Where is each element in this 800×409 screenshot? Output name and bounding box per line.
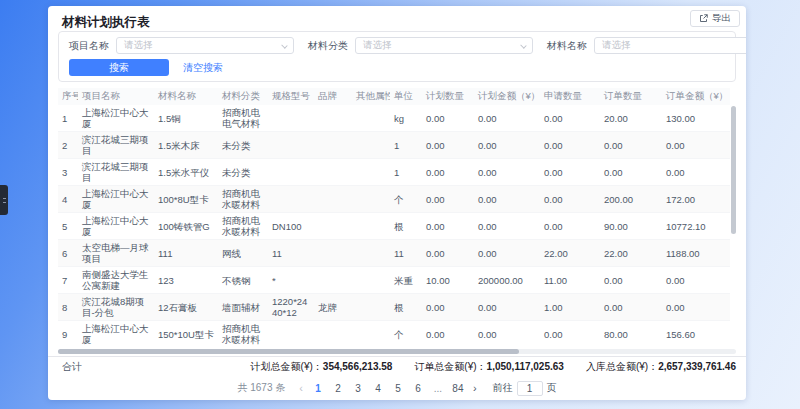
table-cell: 200000.00	[474, 267, 540, 294]
table-cell: 龙牌	[314, 294, 352, 321]
filter-category-label: 材料分类	[308, 39, 348, 53]
goto-page-input[interactable]	[517, 381, 543, 396]
table-cell: 0.00	[662, 132, 730, 159]
column-header: 单位	[390, 88, 422, 105]
table-cell: 上海松江中心大厦	[78, 213, 154, 240]
table-row[interactable]: 7南侧盛达大学生公寓新建123不锈钢*米重10.00200000.0011.00…	[58, 267, 730, 294]
table-cell	[314, 321, 352, 348]
table-cell	[314, 186, 352, 213]
table-cell: 6	[58, 240, 78, 267]
table-cell: 5	[58, 213, 78, 240]
table-cell: 2	[58, 132, 78, 159]
table-cell	[314, 105, 352, 132]
page-button[interactable]: 5	[391, 383, 405, 394]
category-select[interactable]: 请选择	[355, 37, 533, 54]
filter-project: 项目名称 请选择	[69, 37, 294, 54]
table-cell	[314, 267, 352, 294]
table-cell: 滨江花城8期项目-分包	[78, 294, 154, 321]
table-cell	[314, 132, 352, 159]
page-button[interactable]: 2	[331, 383, 345, 394]
table-row[interactable]: 2滨江花城三期项目1.5米木床未分类10.000.000.000.000.00	[58, 132, 730, 159]
page-ellipsis: ...	[431, 383, 445, 394]
goto-page: 前往 页	[493, 381, 557, 396]
clear-search-button[interactable]: 清空搜索	[183, 61, 223, 75]
table-row[interactable]: 8滨江花城8期项目-分包12石膏板墙面辅材1220*2440*12龙牌根0.00…	[58, 294, 730, 321]
horizontal-scrollbar-track	[58, 349, 736, 354]
page-button[interactable]: 3	[351, 383, 365, 394]
table-cell: 22.00	[540, 240, 600, 267]
table-row[interactable]: 5上海松江中心大厦100铸铁管G招商机电 水暖材料DN100根0.000.000…	[58, 213, 730, 240]
table-cell: 0.00	[474, 159, 540, 186]
table-cell: 0.00	[474, 186, 540, 213]
table-cell: 0.00	[422, 294, 474, 321]
next-page-button[interactable]: ›	[471, 383, 479, 394]
table-cell: 上海松江中心大厦	[78, 105, 154, 132]
prev-page-button[interactable]: ‹	[297, 383, 305, 394]
page-button[interactable]: 1	[311, 383, 325, 394]
page-button[interactable]: 84	[451, 383, 465, 394]
table-cell: 1	[390, 159, 422, 186]
table-cell: 上海松江中心大厦	[78, 186, 154, 213]
search-button[interactable]: 搜索	[69, 59, 169, 76]
table-cell: 111	[154, 240, 218, 267]
table-cell: 10772.10	[662, 213, 730, 240]
material-select[interactable]: 请选择	[594, 37, 746, 54]
sidebar-collapse-handle[interactable]	[0, 185, 8, 215]
page-button[interactable]: 6	[411, 383, 425, 394]
column-header: 订单数量	[600, 88, 662, 105]
table-cell: 墙面辅材	[218, 294, 268, 321]
table-row[interactable]: 4上海松江中心大厦100*8U型卡招商机电 水暖材料个0.000.000.002…	[58, 186, 730, 213]
table-cell: 0.00	[540, 159, 600, 186]
table-cell: 0.00	[600, 159, 662, 186]
project-select[interactable]: 请选择	[116, 37, 294, 54]
table-cell	[352, 159, 390, 186]
table-cell: 个	[390, 186, 422, 213]
export-label: 导出	[712, 12, 731, 25]
table-cell: 12石膏板	[154, 294, 218, 321]
table-cell: 0.00	[540, 321, 600, 348]
table-row[interactable]: 6太空电梯—月球项目111网线11110.000.0022.0022.00118…	[58, 240, 730, 267]
table-row[interactable]: 1上海松江中心大厦1.5铜招商机电 电气材料kg0.000.000.0020.0…	[58, 105, 730, 132]
table-cell: 4	[58, 186, 78, 213]
table-cell: 网线	[218, 240, 268, 267]
table-cell: 1	[390, 132, 422, 159]
goto-unit: 页	[547, 381, 557, 395]
table-cell: kg	[390, 105, 422, 132]
table-cell: 0.00	[422, 105, 474, 132]
table-cell: 90.00	[600, 213, 662, 240]
export-button[interactable]: 导出	[690, 10, 740, 27]
table-cell: 10.00	[422, 267, 474, 294]
table-cell	[314, 159, 352, 186]
screen: 材料计划执行表 导出 项目名称 请选择 材料分类	[0, 0, 800, 409]
table-cell: 130.00	[662, 105, 730, 132]
table-row[interactable]: 3滨江花城三期项目1.5米水平仪未分类10.000.000.000.000.00	[58, 159, 730, 186]
vertical-scrollbar[interactable]	[731, 106, 736, 234]
content-panel: 材料计划执行表 导出 项目名称 请选择 材料分类	[48, 6, 746, 400]
table-cell: 0.00	[662, 159, 730, 186]
plan-total-amount: 计划总金额(¥)：354,566,213.58	[251, 360, 393, 374]
table-row[interactable]: 9上海松江中心大厦150*10U型卡招商机电 水暖材料个0.000.000.00…	[58, 321, 730, 348]
table-cell: 1220*2440*12	[268, 294, 314, 321]
table-cell: 1.5铜	[154, 105, 218, 132]
table-cell: 南侧盛达大学生公寓新建	[78, 267, 154, 294]
table-cell: 100铸铁管G	[154, 213, 218, 240]
summary-row: 合计 计划总金额(¥)：354,566,213.58 订单总金额(¥)：1,05…	[48, 356, 746, 377]
horizontal-scrollbar[interactable]	[58, 349, 519, 354]
column-header: 品牌	[314, 88, 352, 105]
table-cell: 0.00	[600, 267, 662, 294]
column-header: 材料分类	[218, 88, 268, 105]
table-cell: 滨江花城三期项目	[78, 159, 154, 186]
table-cell: 根	[390, 213, 422, 240]
table-cell	[352, 132, 390, 159]
table-cell: 80.00	[600, 321, 662, 348]
category-select-placeholder: 请选择	[363, 39, 392, 52]
summary-total-label: 合计	[62, 360, 82, 374]
page-button[interactable]: 4	[371, 383, 385, 394]
table-cell: 11	[390, 240, 422, 267]
table-cell: 0.00	[474, 240, 540, 267]
filter-category: 材料分类 请选择	[308, 37, 533, 54]
table-cell: 1.00	[540, 294, 600, 321]
table-cell: 0.00	[540, 105, 600, 132]
filter-material: 材料名称 请选择	[547, 37, 746, 54]
titlebar: 材料计划执行表 导出	[48, 6, 746, 31]
